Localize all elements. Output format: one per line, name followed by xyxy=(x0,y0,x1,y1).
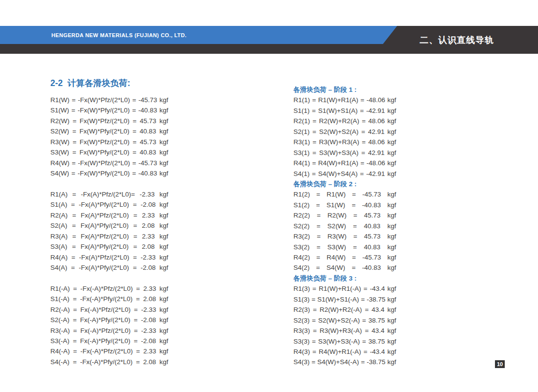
formula-line: S3(3) = S3(W)+S3(-A) = 38.75 kgf xyxy=(293,336,396,347)
header-blue-band: HENGERDA NEW MATERIALS (FUJIAN) CO., LTD… xyxy=(0,26,397,44)
formula-line: S4(A) = -Fx(A)*Pfy/(2*L0) = -2.08 kgf xyxy=(50,262,168,273)
formula-line: R2(A) = Fx(A)*Pfz/(2*L0) = 2.33 kgf xyxy=(50,210,168,220)
formula-line: R1(1) = R1(W)+R1(A) = -48.06 kgf xyxy=(293,95,396,105)
formula-line: R4(1) = R4(W)+R1(A) = -48.06 kgf xyxy=(293,158,396,168)
formula-block-w: R1(W) = -Fx(W)*Pfz/(2*L0) = -45.73 kgf S… xyxy=(50,95,168,179)
formula-line: R2(-A) = Fx(-A)*Pfz/(2*L0) = -2.33 kgf xyxy=(50,305,168,315)
formula-line: R2(W) = Fx(W)*Pfz/(2*L0) = 45.73 kgf xyxy=(50,116,168,126)
formula-block-a: R1(A) = -Fx(A)*Pfz/(2*L0)= -2.33 kgf S1(… xyxy=(50,189,168,273)
company-name: HENGERDA NEW MATERIALS (FUJIAN) CO., LTD… xyxy=(51,26,187,44)
formula-line: S1(3) = S1(W)+S1(-A) = -38.75 kgf xyxy=(293,294,396,305)
slide: 二、认识直线导轨 HENGERDA NEW MATERIALS (FUJIAN)… xyxy=(0,0,538,392)
stage-heading-2: 各滑块负荷 – 阶段 2 : xyxy=(293,179,396,189)
stage-heading-3: 各滑块负荷 – 阶段 3 : xyxy=(293,273,396,283)
formula-block-neg-a: R1(-A) = -Fx(-A)*Pfz/(2*L0) = 2.33 kgf S… xyxy=(50,283,168,368)
page-number-badge: 10 xyxy=(495,360,505,368)
formula-line: R3(A) = Fx(A)*Pfz/(2*L0) = 2.33 kgf xyxy=(50,231,168,241)
formula-line: R2(3) = R2(W)+R2(-A) = 43.4 kgf xyxy=(293,305,396,315)
formula-line: S3(2) = S3(W) = 40.83 kgf xyxy=(293,242,396,252)
formula-line: S1(W) = -Fx(W)*Pfy/(2*L0) = -40.83 kgf xyxy=(50,105,168,115)
right-column: 各滑块负荷 – 阶段 1 : R1(1) = R1(W)+R1(A) = -48… xyxy=(293,85,396,368)
formula-line: S4(3) = S4(W)+S4(-A) = -38.75 kgf xyxy=(293,357,396,367)
formula-line: R1(-A) = -Fx(-A)*Pfz/(2*L0) = 2.33 kgf xyxy=(50,283,168,294)
formula-line: S2(1) = S2(W)+S2(A) = 42.91 kgf xyxy=(293,127,396,137)
formula-line: R2(1) = R2(W)+R2(A) = 48.06 kgf xyxy=(293,116,396,126)
formula-line: R4(3) = R4(W)+R1(-A) = -43.4 kgf xyxy=(293,347,396,357)
formula-line: R4(-A) = -Fx(-A)*Pfz/(2*L0) = 2.33 kgf xyxy=(50,346,168,356)
formula-line: S1(A) = -Fx(A)*Pfy/(2*L0) = -2.08 kgf xyxy=(50,199,168,210)
formula-line: S3(W) = Fx(W)*Pfy/(2*L0) = 40.83 kgf xyxy=(50,147,168,157)
formula-line: R4(2) = R4(W) = -45.73 kgf xyxy=(293,252,396,262)
left-column: 2-2 计算各滑块负荷: R1(W) = -Fx(W)*Pfz/(2*L0) =… xyxy=(50,77,168,367)
formula-line: R3(W) = Fx(W)*Pfz/(2*L0) = 45.73 kgf xyxy=(50,137,168,147)
formula-line: R1(2) = R1(W) = -45.73 kgf xyxy=(293,189,396,199)
formula-line: S3(A) = Fx(A)*Pfy/(2*L0) = 2.08 kgf xyxy=(50,241,168,252)
formula-line: S4(-A) = -Fx(-A)*Pfy/(2*L0) = 2.08 kgf xyxy=(50,357,168,367)
formula-line: S3(-A) = Fx(-A)*Pfy/(2*L0) = -2.08 kgf xyxy=(50,336,168,346)
formula-line: R4(A) = -Fx(A)*Pfz/(2*L0) = -2.33 kgf xyxy=(50,252,168,262)
formula-line: S1(-A) = -Fx(-A)*Pfy/(2*L0) = 2.08 kgf xyxy=(50,294,168,304)
formula-line: R1(3) = R1(W)+R1(-A) = -43.4 kgf xyxy=(293,283,396,294)
formula-line: S3(1) = S3(W)+S3(A) = 42.91 kgf xyxy=(293,148,396,158)
formula-line: S4(W) = -Fx(W)*Pfy/(2*L0) = -40.83 kgf xyxy=(50,168,168,178)
formula-line: R2(2) = R2(W) = 45.73 kgf xyxy=(293,210,396,220)
formula-line: R1(W) = -Fx(W)*Pfz/(2*L0) = -45.73 kgf xyxy=(50,95,168,105)
formula-line: R3(2) = R3(W) = 45.73 kgf xyxy=(293,231,396,241)
formula-line: R4(W) = -Fx(W)*Pfz/(2*L0) = -45.73 kgf xyxy=(50,158,168,168)
left-heading: 2-2 计算各滑块负荷: xyxy=(50,77,168,89)
formula-line: S2(-A) = Fx(-A)*Pfy/(2*L0) = -2.08 kgf xyxy=(50,315,168,325)
formula-line: S1(1) = S1(W)+S1(A) = -42.91 kgf xyxy=(293,106,396,116)
formula-line: S1(2) = S1(W) = -40.83 kgf xyxy=(293,200,396,210)
formula-line: S4(2) = S4(W) = -40.83 kgf xyxy=(293,262,396,273)
section-title: 二、认识直线导轨 xyxy=(420,26,494,54)
formula-line: S4(1) = S4(W)+S4(A) = -42.91 kgf xyxy=(293,169,396,179)
formula-line: R1(A) = -Fx(A)*Pfz/(2*L0)= -2.33 kgf xyxy=(50,189,168,199)
formula-line: S2(W) = Fx(W)*Pfy/(2*L0) = 40.83 kgf xyxy=(50,126,168,136)
formula-line: R3(3) = R3(W)+R3(-A) = 43.4 kgf xyxy=(293,326,396,336)
formula-line: R3(-A) = Fx(-A)*Pfz/(2*L0) = -2.33 kgf xyxy=(50,326,168,336)
formula-line: S2(A) = Fx(A)*Pfy/(2*L0) = 2.08 kgf xyxy=(50,220,168,231)
formula-line: R3(1) = R3(W)+R3(A) = 48.06 kgf xyxy=(293,137,396,147)
formula-line: S2(3) = S2(W)+S2(-A) = 38.75 kgf xyxy=(293,315,396,326)
stage-heading-1: 各滑块负荷 – 阶段 1 : xyxy=(293,85,396,95)
formula-line: S2(2) = S2(W) = 40.83 kgf xyxy=(293,221,396,231)
